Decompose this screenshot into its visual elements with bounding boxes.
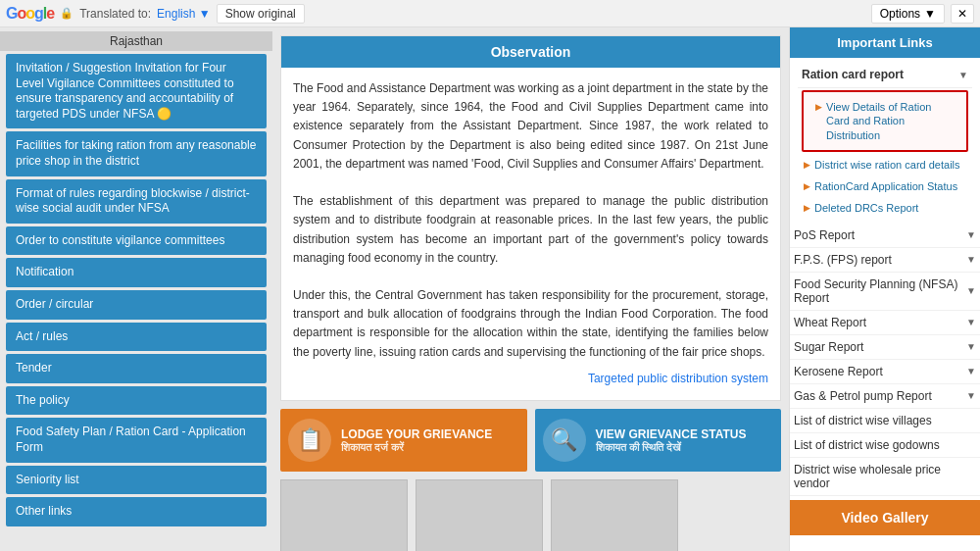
sidebar-item-food-safety[interactable]: Food Safety Plan / Ration Card - Applica… (6, 418, 267, 462)
sidebar-item-tender[interactable]: Tender (6, 354, 267, 383)
show-original-button[interactable]: Show original (217, 4, 305, 24)
language-link[interactable]: English ▼ (157, 7, 211, 21)
translate-label: Translated to: (79, 7, 151, 21)
observation-para-1: The Food and Assistance Department was w… (293, 79, 768, 174)
triangle-icon-4: ▶ (804, 203, 810, 215)
deleted-drcs-link[interactable]: ▶ Deleted DRCs Report (798, 197, 972, 219)
sidebar-item-format[interactable]: Format of rules regarding blockwise / di… (6, 179, 267, 224)
wholesale-price-link[interactable]: District wise wholesale price vendor (790, 458, 980, 496)
district-ration-card-link[interactable]: ▶ District wise ration card details (798, 154, 972, 175)
wheat-report-arrow: ▼ (966, 317, 976, 327)
lodge-grievance-text: LODGE YOUR GRIEVANCE शिकायत दर्ज करें (341, 427, 492, 454)
food-security-arrow: ▼ (966, 285, 976, 296)
video-gallery-button[interactable]: Video Gallery (790, 500, 980, 535)
gas-petrol-arrow: ▼ (966, 390, 976, 401)
left-sidebar: Rajasthan Invitation / Suggestion Invita… (0, 27, 272, 551)
pos-report-arrow: ▼ (966, 229, 976, 240)
sidebar-item-seniority[interactable]: Seniority list (6, 466, 267, 495)
ration-card-section-title[interactable]: Ration card report ▼ (798, 62, 972, 88)
main-layout: Rajasthan Invitation / Suggestion Invita… (0, 27, 980, 551)
pos-report-item[interactable]: PoS Report ▼ (790, 224, 980, 248)
lock-icon: 🔒 (60, 7, 74, 20)
kerosene-report-arrow: ▼ (966, 366, 976, 376)
food-security-report-item[interactable]: Food Security Planning (NFSA) Report ▼ (790, 273, 980, 311)
wheat-report-item[interactable]: Wheat Report ▼ (790, 311, 980, 335)
district-godowns-link[interactable]: List of district wise godowns (790, 433, 980, 458)
observation-header: Observation (281, 36, 780, 68)
kerosene-report-item[interactable]: Kerosene Report ▼ (790, 360, 980, 384)
highlighted-ration-link[interactable]: ▶ View Details of Ration Card and Ration… (802, 90, 968, 152)
view-grievance-button[interactable]: 🔍 VIEW GRIEVANCE STATUS शिकायत की स्थिति… (535, 409, 782, 472)
observation-box: Observation The Food and Assistance Depa… (280, 35, 781, 401)
sidebar-item-facilities[interactable]: Facilities for taking ration from any re… (6, 131, 267, 175)
grievance-row: 📋 LODGE YOUR GRIEVANCE शिकायत दर्ज करें … (280, 409, 781, 472)
close-button[interactable]: ✕ (951, 4, 974, 24)
thumbnail-3 (551, 479, 678, 551)
thumbnail-1 (280, 479, 408, 551)
thumbnail-2 (416, 479, 543, 551)
fps-report-arrow: ▼ (966, 254, 976, 265)
sugar-report-item[interactable]: Sugar Report ▼ (790, 335, 980, 360)
gas-petrol-report-item[interactable]: Gas & Petrol pump Report ▼ (790, 384, 980, 409)
observation-para-2: The establishment of this department was… (293, 192, 768, 268)
observation-body: The Food and Assistance Department was w… (281, 68, 780, 400)
observation-link[interactable]: Targeted public distribution system (293, 370, 768, 388)
view-grievance-text: VIEW GRIEVANCE STATUS शिकायत की स्थिति द… (596, 427, 747, 454)
lodge-grievance-icon: 📋 (288, 419, 331, 462)
view-grievance-icon: 🔍 (543, 419, 586, 462)
options-button[interactable]: Options ▼ (871, 4, 945, 24)
important-links-header: Important Links (790, 27, 980, 58)
right-sidebar: Important Links Ration card report ▼ ▶ V… (789, 27, 980, 551)
observation-para-3: Under this, the Central Government has t… (293, 286, 768, 362)
sidebar-item-act-rules[interactable]: Act / rules (6, 323, 267, 352)
district-villages-link[interactable]: List of district wise villages (790, 409, 980, 433)
ration-card-section: Ration card report ▼ ▶ View Details of R… (790, 58, 980, 224)
sidebar-item-notification[interactable]: Notification (6, 258, 267, 287)
triangle-icon-2: ▶ (804, 160, 810, 172)
lodge-grievance-button[interactable]: 📋 LODGE YOUR GRIEVANCE शिकायत दर्ज करें (280, 409, 527, 472)
google-translate-bar: Google 🔒 Translated to: English ▼ Show o… (0, 0, 980, 27)
thumbnail-row (280, 479, 781, 551)
ration-card-arrow: ▼ (958, 70, 968, 80)
view-ration-card-link[interactable]: ▶ View Details of Ration Card and Ration… (809, 96, 960, 146)
sidebar-item-order-constitute[interactable]: Order to constitute vigilance committees (6, 226, 267, 256)
google-logo: Google (6, 5, 54, 23)
triangle-icon-3: ▶ (804, 181, 810, 193)
rationcard-application-link[interactable]: ▶ RationCard Application Status (798, 175, 972, 197)
fps-report-item[interactable]: F.P.S. (FPS) report ▼ (790, 248, 980, 273)
center-content: Observation The Food and Assistance Depa… (272, 27, 789, 551)
sidebar-item-order-circular[interactable]: Order / circular (6, 290, 267, 320)
sidebar-item-policy[interactable]: The policy (6, 386, 267, 416)
sidebar-item-vigilance[interactable]: Invitation / Suggestion Invitation for F… (6, 54, 267, 128)
rajasthan-header: Rajasthan (0, 31, 272, 51)
triangle-icon-1: ▶ (815, 102, 822, 114)
sidebar-item-other-links[interactable]: Other links (6, 497, 267, 526)
sugar-report-arrow: ▼ (966, 341, 976, 352)
